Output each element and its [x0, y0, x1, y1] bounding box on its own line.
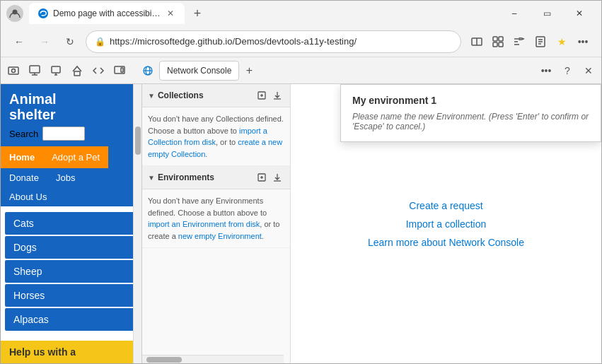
- environments-actions: [255, 170, 284, 184]
- svg-rect-22: [121, 68, 123, 72]
- collections-section-header[interactable]: ▼ Collections: [142, 84, 290, 107]
- animal-cats[interactable]: Cats: [5, 212, 137, 235]
- environments-section-header[interactable]: ▼ Environments: [142, 166, 290, 189]
- nav-donate[interactable]: Donate: [1, 168, 47, 187]
- devtools-more-button[interactable]: •••: [536, 61, 556, 81]
- animal-horses[interactable]: Horses: [5, 284, 137, 307]
- title-bar: Demo page with accessibility iss ✕ + – ▭…: [1, 1, 601, 26]
- url-text: https://microsoftedge.github.io/Demos/de…: [110, 36, 452, 47]
- tab-favicon: [37, 8, 49, 19]
- site-nav: Home Adopt a Pet Donate Jobs About Us: [1, 146, 141, 206]
- devtools-help-button[interactable]: ?: [557, 61, 577, 81]
- env-popup-title: My environment 1: [352, 95, 589, 106]
- browser-frame: Demo page with accessibility iss ✕ + – ▭…: [0, 0, 602, 364]
- collections-actions: [255, 88, 284, 102]
- collections-new-icon[interactable]: [255, 88, 269, 102]
- svg-point-13: [12, 69, 16, 73]
- tab-bar: Demo page with accessibility iss ✕ +: [29, 3, 492, 24]
- site-title: Animal shelter: [9, 91, 133, 122]
- scroll-thumb: [135, 127, 141, 155]
- animal-alpacas[interactable]: Alpacas: [5, 308, 137, 331]
- svg-rect-7: [499, 42, 503, 47]
- import-collection-welcome-link[interactable]: Import a collection: [406, 218, 487, 230]
- svg-rect-17: [52, 66, 60, 73]
- devtools-screenshot-icon[interactable]: [4, 61, 23, 81]
- nav-about[interactable]: About Us: [1, 187, 55, 206]
- new-tab-button[interactable]: +: [187, 4, 207, 23]
- network-console-globe-icon: [138, 61, 158, 81]
- maximize-button[interactable]: ▭: [531, 1, 563, 26]
- collections-import-icon[interactable]: [270, 88, 284, 102]
- horizontal-scrollbar[interactable]: [142, 355, 284, 363]
- minimize-button[interactable]: –: [498, 1, 531, 26]
- tab-groups-icon[interactable]: [488, 32, 508, 52]
- nav-row-1: Home Adopt a Pet: [1, 146, 141, 168]
- site-footer: Help us with a: [1, 341, 141, 363]
- animal-sheep[interactable]: Sheep: [5, 260, 137, 283]
- search-label: Search: [9, 129, 38, 139]
- immersive-reader-icon[interactable]: [509, 32, 529, 52]
- main-content: Animal shelter Search Home Adopt a Pet D…: [1, 84, 601, 363]
- animal-list: Cats Dogs Sheep Horses Alpacas: [1, 206, 141, 341]
- devtools-close-button[interactable]: ✕: [579, 61, 598, 81]
- devtools-code-icon[interactable]: [88, 61, 108, 81]
- nav-jobs[interactable]: Jobs: [47, 168, 83, 187]
- devtools-right-controls: ••• ? ✕: [536, 61, 598, 81]
- devtools-device-icon[interactable]: [110, 61, 129, 81]
- svg-rect-5: [499, 37, 503, 41]
- nav-adopt[interactable]: Adopt a Pet: [43, 146, 108, 168]
- devtools-pointer-icon[interactable]: [46, 61, 66, 81]
- create-request-link[interactable]: Create a request: [409, 200, 482, 211]
- environments-body: You don't have any Environments defined.…: [142, 189, 290, 247]
- nav-home[interactable]: Home: [1, 146, 43, 168]
- create-environment-link[interactable]: new empty Environment: [178, 232, 262, 240]
- sidebar-panel: ▼ Collections: [142, 84, 291, 363]
- close-button[interactable]: ✕: [563, 1, 596, 26]
- learn-more-link[interactable]: Learn more about Network Console: [368, 237, 524, 248]
- import-environment-link[interactable]: import an Environment from disk: [148, 220, 260, 228]
- vertical-scrollbar[interactable]: [133, 84, 141, 363]
- network-console-tab-label: Network Console: [167, 66, 231, 76]
- env-name-popup: My environment 1 Please name the new Env…: [340, 84, 601, 142]
- env-popup-hint: Please name the new Environment. (Press …: [352, 112, 589, 131]
- collections-section-title: Collections: [158, 90, 255, 100]
- active-tab[interactable]: Demo page with accessibility iss ✕: [29, 3, 185, 24]
- favorites-icon[interactable]: ★: [552, 32, 572, 52]
- site-header: Animal shelter Search: [1, 84, 141, 146]
- svg-point-0: [13, 10, 18, 15]
- url-bar[interactable]: 🔒 https://microsoftedge.github.io/Demos/…: [86, 30, 461, 53]
- environments-new-icon[interactable]: [255, 170, 269, 184]
- window-controls: – ▭ ✕: [498, 1, 596, 26]
- devtools-panel: My environment 1 Please name the new Env…: [142, 84, 601, 363]
- reading-list-icon[interactable]: [531, 32, 550, 52]
- svg-rect-12: [8, 67, 18, 74]
- environments-chevron-icon: ▼: [148, 174, 155, 182]
- scroll-h-thumb: [146, 357, 182, 363]
- tab-close-button[interactable]: ✕: [165, 8, 176, 19]
- environments-section: ▼ Environments: [142, 166, 290, 248]
- animal-dogs[interactable]: Dogs: [5, 236, 137, 259]
- site-search: Search: [9, 127, 133, 141]
- devtools-tab-bar: Network Console + ••• ? ✕: [1, 57, 601, 84]
- split-screen-icon[interactable]: [467, 32, 487, 52]
- refresh-button[interactable]: ↻: [60, 32, 80, 52]
- lock-icon: 🔒: [95, 37, 105, 47]
- environments-section-title: Environments: [158, 172, 255, 182]
- devtools-home-icon[interactable]: [67, 61, 87, 81]
- nav-row-3: About Us: [1, 187, 141, 206]
- forward-button[interactable]: →: [35, 32, 54, 52]
- tab-label: Demo page with accessibility iss: [53, 8, 161, 18]
- search-input[interactable]: [42, 127, 85, 141]
- more-button[interactable]: •••: [573, 32, 593, 52]
- address-bar: ← → ↻ 🔒 https://microsoftedge.github.io/…: [1, 26, 601, 57]
- devtools-inspect-icon[interactable]: [25, 61, 45, 81]
- environments-import-icon[interactable]: [270, 170, 284, 184]
- collections-section: ▼ Collections: [142, 84, 290, 166]
- network-console-tab[interactable]: Network Console: [159, 61, 239, 81]
- svg-rect-14: [30, 66, 40, 73]
- add-tab-button[interactable]: +: [241, 62, 257, 79]
- collections-chevron-icon: ▼: [148, 92, 155, 100]
- back-button[interactable]: ←: [9, 32, 29, 52]
- collections-body: You don't have any Collections defined. …: [142, 107, 290, 165]
- profile-icon[interactable]: [6, 5, 23, 22]
